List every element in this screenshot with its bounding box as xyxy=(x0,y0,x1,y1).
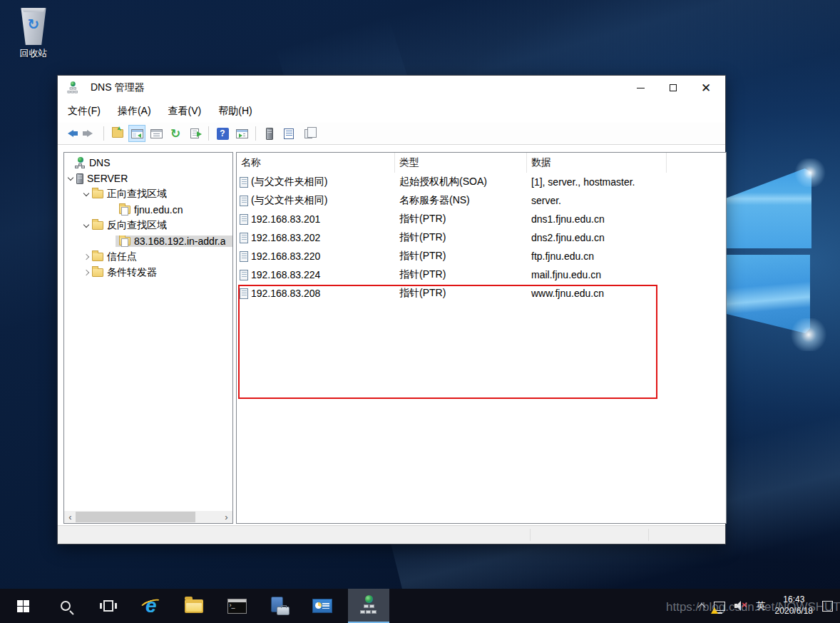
taskbar-clock[interactable]: 16:43 2020/6/18 xyxy=(775,594,813,617)
desktop: ↻ 回收站 DNS 管理器 ✕ 文件(F) 操作(A) 查看(V) 帮助(H) xyxy=(0,0,840,623)
tree-item-fjnu-zone[interactable]: fjnu.edu.cn xyxy=(64,202,232,218)
taskbar-search-button[interactable] xyxy=(48,589,83,623)
properties-button[interactable] xyxy=(148,125,165,142)
action-center-icon[interactable] xyxy=(822,601,833,612)
record-icon xyxy=(240,214,248,225)
table-row[interactable]: 192.168.83.224 指针(PTR) mail.fjnu.edu.cn xyxy=(237,265,726,284)
window-title: DNS 管理器 xyxy=(91,81,144,94)
menu-file[interactable]: 文件(F) xyxy=(68,105,101,118)
title-bar[interactable]: DNS 管理器 ✕ xyxy=(58,76,725,100)
command-prompt-icon xyxy=(227,599,247,614)
minimize-button[interactable] xyxy=(624,76,657,100)
show-window-button[interactable] xyxy=(233,125,250,142)
clock-date: 2020/6/18 xyxy=(775,606,813,616)
column-header-data[interactable]: 数据 xyxy=(527,153,667,173)
input-language-indicator[interactable]: 英 xyxy=(757,599,766,612)
start-button[interactable] xyxy=(6,589,40,623)
chevron-right-icon[interactable] xyxy=(83,270,89,275)
show-console-tree-button[interactable] xyxy=(128,125,145,142)
task-view-icon xyxy=(103,600,113,612)
scroll-left-arrow[interactable]: ‹ xyxy=(64,511,76,523)
recycle-bin-icon: ↻ xyxy=(19,6,48,46)
clock-time: 16:43 xyxy=(783,594,804,604)
folder-icon xyxy=(92,268,103,277)
taskbar-server-manager-button[interactable] xyxy=(262,589,297,623)
chevron-down-icon[interactable] xyxy=(83,190,89,196)
logo-glow xyxy=(793,158,827,187)
folder-icon xyxy=(92,190,103,198)
copy-button[interactable] xyxy=(299,125,317,142)
dns-app-icon xyxy=(67,81,78,93)
file-explorer-icon xyxy=(185,599,203,613)
record-icon xyxy=(240,196,248,206)
column-header-empty xyxy=(667,153,726,173)
tree-item-trust-points[interactable]: 信任点 xyxy=(64,249,232,265)
record-icon xyxy=(240,251,248,262)
toolbar-separator xyxy=(208,126,209,141)
table-row[interactable]: 192.168.83.220 指针(PTR) ftp.fjnu.edu.cn xyxy=(237,247,726,265)
tray-expand-chevron-icon[interactable] xyxy=(697,603,705,611)
scroll-right-arrow[interactable]: › xyxy=(220,511,232,523)
tree-item-server[interactable]: SERVER xyxy=(64,171,232,186)
up-one-level-button[interactable] xyxy=(109,125,126,142)
back-button[interactable] xyxy=(62,125,79,142)
menu-bar: 文件(F) 操作(A) 查看(V) 帮助(H) xyxy=(58,100,725,123)
menu-view[interactable]: 查看(V) xyxy=(168,105,202,118)
volume-muted-icon[interactable]: × xyxy=(734,601,747,611)
column-header-type[interactable]: 类型 xyxy=(395,153,527,173)
folder-icon xyxy=(92,253,103,261)
tree-item-conditional-forwarders[interactable]: 条件转发器 xyxy=(64,265,232,280)
close-button[interactable]: ✕ xyxy=(690,76,722,100)
taskbar-internet-explorer-button[interactable]: e xyxy=(134,589,168,623)
maximize-button[interactable] xyxy=(657,76,690,100)
list-header-row: 名称 类型 数据 xyxy=(237,153,726,173)
status-divider xyxy=(648,529,649,541)
menu-action[interactable]: 操作(A) xyxy=(118,105,151,118)
scrollbar-thumb[interactable] xyxy=(76,512,195,522)
tree-item-dns-root[interactable]: DNS xyxy=(64,155,232,171)
zone-icon xyxy=(119,237,130,245)
dns-manager-window: DNS 管理器 ✕ 文件(F) 操作(A) 查看(V) 帮助(H) ↻ ? xyxy=(57,75,726,545)
menu-help[interactable]: 帮助(H) xyxy=(218,105,252,118)
tree-selection-highlight: 83.168.192.in-addr.a xyxy=(116,235,232,247)
taskbar-dns-manager-button[interactable] xyxy=(348,589,389,623)
search-icon xyxy=(61,601,71,611)
recycle-bin-shortcut[interactable]: ↻ 回收站 xyxy=(10,4,57,64)
refresh-button[interactable]: ↻ xyxy=(167,125,184,142)
folder-icon xyxy=(92,221,103,230)
dns-root-icon xyxy=(75,157,86,168)
taskbar: e × 英 16:43 2020/6/18 xyxy=(0,589,840,623)
tree-item-forward-zones[interactable]: 正向查找区域 xyxy=(64,186,232,202)
record-icon xyxy=(240,177,248,188)
dns-manager-icon xyxy=(359,595,378,615)
management-console-icon xyxy=(312,599,332,613)
export-list-button[interactable] xyxy=(186,125,203,142)
help-button[interactable]: ? xyxy=(214,125,231,142)
network-warning-icon[interactable] xyxy=(714,602,725,611)
chevron-right-icon[interactable] xyxy=(83,254,89,260)
table-row[interactable]: (与父文件夹相同) 名称服务器(NS) server. xyxy=(237,191,726,210)
record-icon xyxy=(240,270,248,280)
status-divider xyxy=(530,529,531,541)
table-row[interactable]: 192.168.83.208 指针(PTR) www.fjnu.edu.cn xyxy=(237,284,726,303)
logo-glow xyxy=(789,318,829,351)
record-icon xyxy=(240,233,248,243)
taskbar-file-explorer-button[interactable] xyxy=(177,589,211,623)
chevron-down-icon[interactable] xyxy=(68,174,73,180)
table-row[interactable]: 192.168.83.201 指针(PTR) dns1.fjnu.edu.cn xyxy=(237,210,726,228)
taskbar-command-prompt-button[interactable] xyxy=(220,589,254,623)
tree-item-reverse-zones[interactable]: 反向查找区域 xyxy=(64,218,232,233)
zone-icon xyxy=(119,206,130,214)
forward-button[interactable] xyxy=(81,125,98,142)
horizontal-scrollbar[interactable]: ‹ › xyxy=(64,511,232,523)
tree-item-reverse-zone-selected[interactable]: 83.168.192.in-addr.a xyxy=(64,233,232,249)
taskbar-management-console-button[interactable] xyxy=(305,589,339,623)
table-row[interactable]: (与父文件夹相同) 起始授权机构(SOA) [1], server., host… xyxy=(237,173,726,191)
windows-logo-icon xyxy=(17,600,29,612)
server-status-button[interactable] xyxy=(261,125,278,142)
chevron-down-icon[interactable] xyxy=(83,221,89,227)
table-row[interactable]: 192.168.83.202 指针(PTR) dns2.fjnu.edu.cn xyxy=(237,228,726,247)
task-view-button[interactable] xyxy=(91,589,126,623)
record-list-button[interactable] xyxy=(280,125,297,142)
column-header-name[interactable]: 名称 xyxy=(237,153,395,173)
